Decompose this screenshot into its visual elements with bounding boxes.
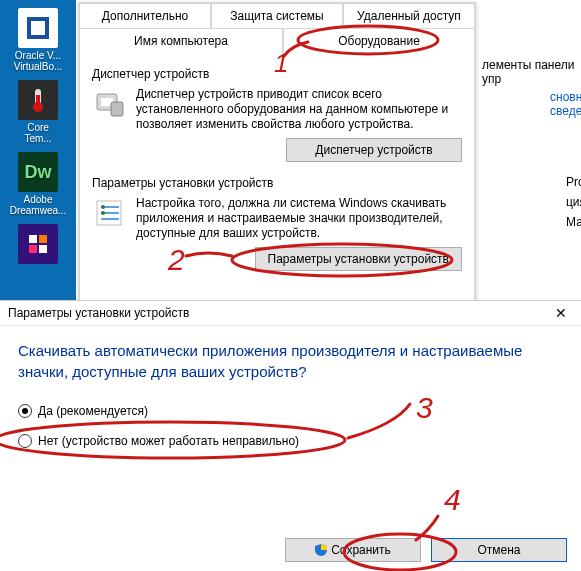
svg-rect-8 <box>39 245 47 253</box>
desktop-icon-virtualbox[interactable]: Oracle V... VirtualBo... <box>14 8 62 72</box>
cp-link-basic-info[interactable]: сновных сведе <box>550 90 581 118</box>
install-settings-button[interactable]: Параметры установки устройств <box>255 247 462 271</box>
cancel-button[interactable]: Отмена <box>431 538 567 562</box>
svg-point-17 <box>101 211 105 215</box>
group-title: Диспетчер устройств <box>92 67 462 81</box>
radio-option-no[interactable]: Нет (устройство может работать неправиль… <box>18 434 563 448</box>
svg-rect-1 <box>31 21 45 35</box>
dialog-title-text: Параметры установки устройств <box>8 306 189 320</box>
svg-point-4 <box>33 102 43 112</box>
radio-icon <box>18 434 32 448</box>
app-icon <box>18 224 58 264</box>
group-desc: Диспетчер устройств приводит список всег… <box>136 87 462 132</box>
cp-system-info: Pro ция Майкрософт Intel <box>566 172 581 312</box>
cp-edition: Pro <box>566 172 581 192</box>
desktop-icon-dreamweaver[interactable]: Dw Adobe Dreamwea... <box>14 152 62 216</box>
group-desc: Настройка того, должна ли система Window… <box>136 196 462 241</box>
dreamweaver-icon: Dw <box>18 152 58 192</box>
dialog-heading: Скачивать автоматически приложения произ… <box>18 340 563 382</box>
desktop-icon-label: Core Tem... <box>14 122 62 144</box>
radio-option-yes[interactable]: Да (рекомендуется) <box>18 404 563 418</box>
desktop-icon-label: Adobe Dreamwea... <box>10 194 67 216</box>
svg-point-16 <box>101 205 105 209</box>
tab-computer-name[interactable]: Имя компьютера <box>79 28 283 54</box>
tab-hardware[interactable]: Оборудование <box>283 28 475 54</box>
tab-advanced[interactable]: Дополнительно <box>79 3 211 28</box>
tabs: Дополнительно Защита системы Удаленный д… <box>79 3 475 54</box>
desktop-icon-label: Oracle V... VirtualBo... <box>14 50 63 72</box>
svg-rect-5 <box>29 235 37 243</box>
save-button[interactable]: Сохранить <box>285 538 421 562</box>
device-manager-button[interactable]: Диспетчер устройств <box>286 138 462 162</box>
cp-links: сновных сведе <box>550 82 581 126</box>
shield-icon <box>315 544 327 556</box>
virtualbox-icon <box>18 8 58 48</box>
close-button[interactable]: ✕ <box>549 305 573 321</box>
thermometer-icon <box>18 80 58 120</box>
radio-label: Нет (устройство может работать неправиль… <box>38 434 299 448</box>
svg-rect-11 <box>111 102 123 116</box>
device-manager-icon <box>92 87 126 121</box>
group-title: Параметры установки устройств <box>92 176 462 190</box>
tab-body-hardware: Диспетчер устройств Диспетчер устройств … <box>79 53 475 309</box>
desktop-icon-coretemp[interactable]: Core Tem... <box>14 80 62 144</box>
svg-rect-7 <box>29 245 37 253</box>
desktop-strip: Oracle V... VirtualBo... Core Tem... Dw … <box>0 0 76 304</box>
radio-icon <box>18 404 32 418</box>
cp-org: ция Майкрософт <box>566 192 581 232</box>
group-install-settings: Параметры установки устройств Настройка … <box>92 176 462 271</box>
dialog-titlebar: Параметры установки устройств ✕ <box>0 301 581 326</box>
device-install-settings-dialog: Параметры установки устройств ✕ Скачиват… <box>0 300 581 571</box>
tab-system-protection[interactable]: Защита системы <box>211 3 343 28</box>
desktop-icon-generic[interactable] <box>14 224 62 266</box>
system-properties-dialog: Дополнительно Защита системы Удаленный д… <box>78 2 476 306</box>
install-settings-icon <box>92 196 126 230</box>
svg-rect-6 <box>39 235 47 243</box>
radio-label: Да (рекомендуется) <box>38 404 148 418</box>
group-device-manager: Диспетчер устройств Диспетчер устройств … <box>92 67 462 162</box>
tab-remote[interactable]: Удаленный доступ <box>343 3 475 28</box>
